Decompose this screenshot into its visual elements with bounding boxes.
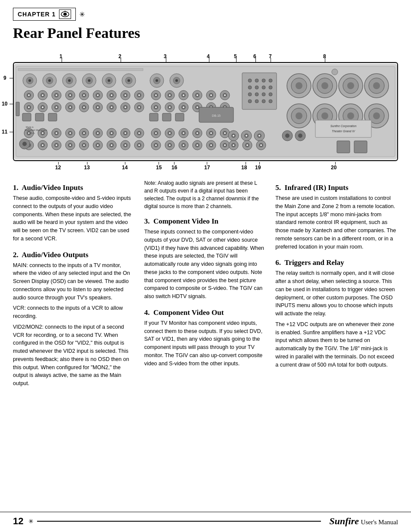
section-1-body: These audio, composite-video and S-video…: [13, 194, 136, 243]
svg-point-224: [255, 86, 258, 89]
svg-point-244: [347, 82, 354, 89]
svg-point-95: [83, 132, 85, 134]
svg-point-68: [97, 106, 99, 108]
svg-point-277: [233, 135, 234, 137]
svg-point-155: [210, 94, 212, 96]
section-6-body: The relay switch is normally open, and i…: [275, 269, 398, 371]
svg-point-89: [56, 132, 57, 134]
tick-8: [325, 58, 325, 62]
svg-rect-178: [162, 113, 171, 121]
bot-num-15: 15: [156, 165, 162, 171]
svg-point-193: [196, 132, 198, 134]
bot-num-18: 18: [241, 165, 247, 171]
svg-point-292: [260, 144, 262, 146]
svg-point-229: [262, 93, 265, 96]
svg-rect-5: [18, 68, 143, 71]
svg-point-41: [97, 94, 99, 96]
svg-point-227: [248, 93, 252, 96]
svg-text:Made in: Made in: [26, 126, 34, 128]
bottom-labels-area: 12 13 14 15 16 17 18 19 20: [13, 162, 398, 175]
section-4-title: 4. Component Video Out: [144, 308, 267, 317]
bot-num-12: 12: [55, 165, 61, 171]
svg-point-77: [138, 106, 140, 108]
svg-point-125: [97, 144, 99, 146]
svg-point-149: [183, 94, 184, 96]
svg-point-137: [156, 79, 158, 82]
svg-point-53: [28, 106, 30, 108]
svg-text:Sunfire Corporation: Sunfire Corporation: [330, 124, 357, 128]
rear-panel-diagram: DB-15: [13, 62, 398, 161]
svg-point-272: [285, 134, 290, 138]
svg-point-187: [169, 132, 171, 134]
brand-name: Sunfire: [330, 516, 359, 526]
svg-point-217: [224, 144, 226, 146]
svg-point-134: [138, 144, 140, 146]
manual-label: User's Manual: [361, 519, 398, 526]
svg-rect-179: [175, 113, 184, 121]
svg-point-170: [196, 106, 198, 108]
svg-point-38: [83, 94, 85, 96]
chapter-box: CHAPTER 1: [13, 8, 76, 21]
section-3-title: 3. Component Video In: [144, 217, 267, 226]
svg-point-256: [347, 112, 354, 119]
page-header: CHAPTER 1 ✳: [0, 0, 411, 22]
header-star: ✳: [79, 10, 85, 19]
svg-point-101: [111, 132, 112, 134]
left-num-10: 10: [2, 101, 7, 107]
svg-point-184: [155, 132, 157, 134]
svg-rect-218: [242, 73, 277, 109]
svg-point-14: [68, 79, 71, 82]
svg-point-231: [248, 100, 252, 103]
left-tick-10: [9, 104, 13, 104]
svg-point-253: [321, 112, 328, 119]
svg-point-107: [138, 132, 140, 134]
column-3: 5. Infrared (IR) Inputs These are used i…: [275, 179, 398, 394]
svg-point-259: [373, 112, 380, 119]
svg-point-35: [69, 94, 71, 96]
svg-point-11: [48, 79, 51, 82]
svg-point-26: [28, 94, 30, 96]
tick-4: [209, 58, 209, 62]
svg-point-234: [269, 100, 272, 103]
tick-2: [121, 58, 121, 62]
svg-point-122: [83, 144, 85, 146]
tick-5: [236, 58, 237, 62]
svg-text:DB-15: DB-15: [212, 114, 221, 117]
section-6-title: 6. Triggers and Relay: [275, 258, 398, 267]
svg-point-223: [248, 86, 252, 89]
bot-num-14: 14: [122, 165, 128, 171]
svg-point-233: [262, 100, 265, 103]
svg-point-238: [296, 82, 302, 89]
svg-point-228: [255, 93, 258, 96]
tick-6: [255, 58, 256, 62]
svg-point-235: [332, 69, 338, 75]
section-note: Note: Analog audio signals are present a…: [144, 179, 267, 210]
svg-rect-265: [16, 102, 19, 116]
tick-3: [166, 58, 166, 62]
svg-rect-79: [35, 113, 44, 121]
left-num-11: 11: [2, 129, 7, 135]
left-tick-11: [9, 132, 13, 132]
svg-point-131: [125, 144, 126, 146]
svg-point-220: [255, 79, 258, 82]
svg-rect-263: [337, 141, 350, 153]
bot-num-19: 19: [255, 165, 261, 171]
svg-point-146: [169, 94, 171, 96]
svg-rect-80: [48, 113, 57, 121]
svg-text:Theater Grand IV: Theater Grand IV: [332, 130, 355, 133]
svg-point-219: [248, 79, 252, 82]
chapter-label: CHAPTER 1: [18, 11, 56, 18]
svg-point-211: [196, 144, 198, 146]
section-1-title: 1. Audio/Video Inputs: [13, 184, 136, 192]
svg-point-214: [210, 144, 212, 146]
svg-point-128: [111, 144, 112, 146]
footer-line: [37, 521, 321, 522]
svg-point-225: [262, 86, 265, 89]
svg-point-226: [269, 86, 272, 89]
svg-point-267: [22, 142, 27, 146]
diagram-wrapper: 9 10 11: [13, 62, 398, 175]
svg-point-62: [69, 106, 71, 108]
bot-num-13: 13: [84, 165, 90, 171]
svg-point-47: [125, 94, 126, 96]
svg-point-1: [63, 13, 67, 16]
